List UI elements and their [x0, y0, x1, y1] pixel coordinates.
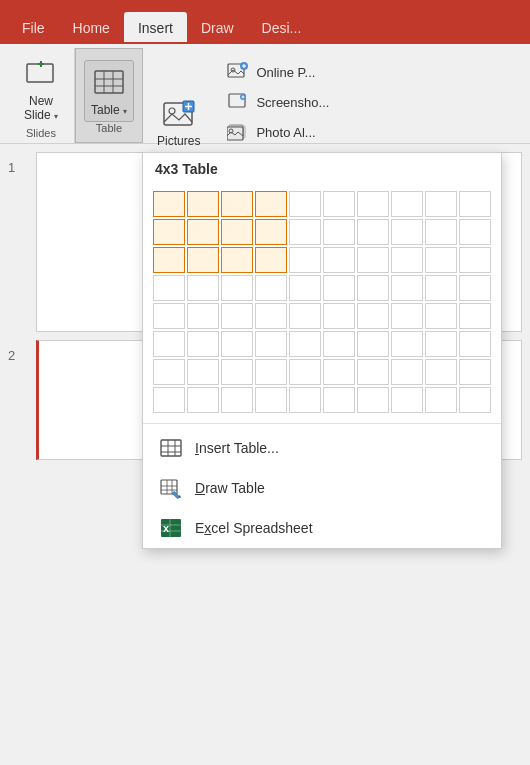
online-pictures-button[interactable]: Online P... — [222, 58, 333, 86]
grid-cell[interactable] — [221, 191, 253, 217]
grid-cell[interactable] — [153, 359, 185, 385]
grid-cell[interactable] — [323, 247, 355, 273]
grid-cell[interactable] — [153, 247, 185, 273]
grid-cell[interactable] — [425, 359, 457, 385]
grid-cell[interactable] — [187, 303, 219, 329]
tab-draw[interactable]: Draw — [187, 12, 248, 44]
grid-cell[interactable] — [425, 191, 457, 217]
grid-cell[interactable] — [391, 247, 423, 273]
grid-cell[interactable] — [187, 191, 219, 217]
grid-cell[interactable] — [153, 219, 185, 245]
grid-cell[interactable] — [425, 303, 457, 329]
menu-divider-1 — [143, 423, 501, 424]
tab-home[interactable]: Home — [59, 12, 124, 44]
grid-cell[interactable] — [425, 219, 457, 245]
grid-cell[interactable] — [153, 275, 185, 301]
grid-cell[interactable] — [187, 359, 219, 385]
grid-cell[interactable] — [459, 191, 491, 217]
grid-cell[interactable] — [221, 331, 253, 357]
grid-cell[interactable] — [255, 387, 287, 413]
grid-cell[interactable] — [357, 303, 389, 329]
grid-cell[interactable] — [187, 219, 219, 245]
grid-cell[interactable] — [357, 191, 389, 217]
grid-cell[interactable] — [289, 303, 321, 329]
grid-cell[interactable] — [391, 359, 423, 385]
grid-cell[interactable] — [459, 219, 491, 245]
grid-cell[interactable] — [459, 387, 491, 413]
grid-cell[interactable] — [459, 303, 491, 329]
grid-cell[interactable] — [153, 387, 185, 413]
grid-cell[interactable] — [391, 303, 423, 329]
grid-cell[interactable] — [289, 275, 321, 301]
grid-cell[interactable] — [255, 275, 287, 301]
grid-cell[interactable] — [289, 387, 321, 413]
grid-cell[interactable] — [357, 247, 389, 273]
grid-cell[interactable] — [255, 359, 287, 385]
photo-album-button[interactable]: Photo Al... — [222, 118, 333, 146]
grid-cell[interactable] — [323, 359, 355, 385]
grid-cell[interactable] — [187, 387, 219, 413]
grid-cell[interactable] — [323, 387, 355, 413]
grid-cell[interactable] — [221, 359, 253, 385]
grid-cell[interactable] — [391, 387, 423, 413]
grid-cell[interactable] — [255, 331, 287, 357]
grid-cell[interactable] — [357, 387, 389, 413]
grid-cell[interactable] — [221, 219, 253, 245]
slide-number-1: 1 — [8, 152, 28, 175]
grid-cell[interactable] — [323, 219, 355, 245]
table-button[interactable]: Table ▾ — [84, 60, 134, 122]
draw-table-button[interactable]: Draw Table — [143, 468, 501, 508]
grid-selector[interactable] — [143, 185, 501, 419]
excel-spreadsheet-button[interactable]: x Excel Spreadsheet — [143, 508, 501, 548]
grid-cell[interactable] — [255, 219, 287, 245]
grid-cell[interactable] — [221, 275, 253, 301]
grid-cell[interactable] — [255, 191, 287, 217]
grid-cell[interactable] — [357, 359, 389, 385]
grid-cell[interactable] — [289, 191, 321, 217]
grid-cell[interactable] — [425, 387, 457, 413]
grid-cell[interactable] — [221, 387, 253, 413]
grid-cell[interactable] — [187, 331, 219, 357]
tab-bar: File Home Insert Draw Desi... — [0, 0, 530, 44]
grid-cell[interactable] — [425, 247, 457, 273]
grid-cell[interactable] — [221, 303, 253, 329]
grid-cell[interactable] — [153, 303, 185, 329]
grid-cell[interactable] — [459, 275, 491, 301]
tab-insert[interactable]: Insert — [124, 12, 187, 44]
grid-cell[interactable] — [289, 219, 321, 245]
grid-cell[interactable] — [323, 275, 355, 301]
grid-cell[interactable] — [391, 331, 423, 357]
grid-cell[interactable] — [425, 331, 457, 357]
grid-cell[interactable] — [459, 359, 491, 385]
grid-cell[interactable] — [459, 247, 491, 273]
tab-design[interactable]: Desi... — [248, 12, 316, 44]
grid-cell[interactable] — [221, 247, 253, 273]
grid-cell[interactable] — [391, 219, 423, 245]
grid-cell[interactable] — [323, 331, 355, 357]
svg-text:x: x — [163, 522, 170, 534]
grid-cell[interactable] — [187, 275, 219, 301]
grid-cell[interactable] — [357, 331, 389, 357]
grid-cell[interactable] — [323, 303, 355, 329]
grid-cell[interactable] — [255, 247, 287, 273]
grid-cell[interactable] — [187, 247, 219, 273]
screenshot-button[interactable]: Screensho... — [222, 88, 333, 116]
grid-cell[interactable] — [357, 219, 389, 245]
grid-cell[interactable] — [323, 191, 355, 217]
images-side-group: Online P... Screensho... — [214, 52, 341, 152]
grid-cell[interactable] — [425, 275, 457, 301]
pictures-button[interactable]: Pictures — [151, 92, 206, 152]
grid-cell[interactable] — [153, 191, 185, 217]
new-slide-button[interactable]: New Slide ▾ — [16, 52, 66, 127]
grid-cell[interactable] — [255, 303, 287, 329]
grid-cell[interactable] — [357, 275, 389, 301]
grid-cell[interactable] — [391, 191, 423, 217]
grid-cell[interactable] — [153, 331, 185, 357]
grid-cell[interactable] — [289, 247, 321, 273]
grid-cell[interactable] — [391, 275, 423, 301]
grid-cell[interactable] — [459, 331, 491, 357]
insert-table-button[interactable]: Insert Table... — [143, 428, 501, 468]
tab-file[interactable]: File — [8, 12, 59, 44]
grid-cell[interactable] — [289, 359, 321, 385]
grid-cell[interactable] — [289, 331, 321, 357]
